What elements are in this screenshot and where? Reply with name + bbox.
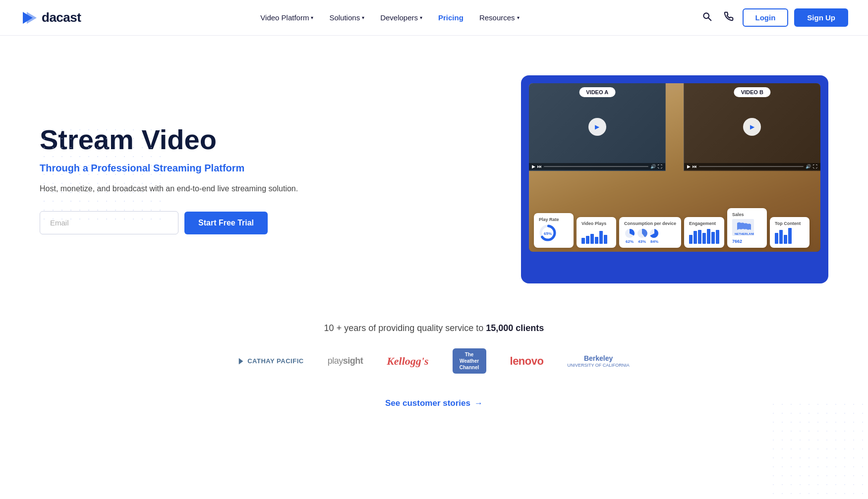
top-content-title: Top Content [775, 221, 805, 226]
signup-button[interactable]: Sign Up [794, 8, 848, 27]
chart-bar [590, 234, 594, 244]
pie-chart-1 [624, 228, 635, 239]
svg-line-3 [708, 18, 710, 20]
video-label-b: VIDEO B [734, 87, 770, 97]
consumption-pies: 62% 43% [624, 228, 676, 244]
chart-bar [702, 233, 706, 244]
nav-item-solutions[interactable]: Solutions ▾ [322, 9, 371, 26]
chart-bar [788, 228, 792, 244]
analytics-card-play-rate: Play Rate 65% [534, 213, 574, 248]
login-button[interactable]: Login [743, 8, 789, 27]
logos-row: CATHAY PACIFIC playsight Kellogg's The W… [40, 348, 828, 374]
chart-bar [779, 230, 783, 244]
chart-bar [707, 229, 710, 244]
cta-section: See customer stories → [0, 388, 868, 438]
engagement-title: Engagement [689, 221, 719, 226]
logo-berkeley: Berkeley UNIVERSITY OF CALIFORNIA [567, 354, 629, 368]
phone-button[interactable] [721, 8, 737, 27]
svg-text:NETHERLANDS: NETHERLANDS [735, 232, 754, 235]
chart-bar [604, 235, 607, 244]
chart-bar [595, 237, 598, 244]
search-button[interactable] [699, 8, 715, 27]
chart-bar [586, 236, 589, 244]
hero-left-content: Stream Video Through a Professional Stre… [40, 124, 298, 235]
video-ctrl-skip-b[interactable]: ⏭ [693, 164, 697, 169]
chart-bar [784, 235, 787, 244]
consumption-val-3: 84% [650, 239, 658, 244]
video-ctrl-vol[interactable]: 🔊 [650, 164, 656, 169]
chart-bar [711, 232, 715, 244]
engagement-chart [689, 228, 719, 244]
video-inner: VIDEO A ▶ ▶ ⏭ 🔊 ⛶ VIDEO B ▶ [529, 83, 820, 252]
chart-bar [694, 231, 697, 244]
hero-subtitle-link[interactable]: Streaming Platform [153, 163, 244, 173]
analytics-card-sales: Sales NETHERLANDS 7662 [727, 208, 767, 248]
trust-text: 10 + years of providing quality service … [40, 323, 828, 333]
dacast-logo-icon [20, 9, 38, 27]
chart-bar [698, 230, 701, 244]
chart-bar [689, 235, 693, 244]
sales-value: 7662 [732, 239, 762, 244]
video-play-btn-b[interactable]: ▶ [743, 118, 761, 136]
video-plays-title: Video Plays [581, 221, 611, 226]
video-ctrl-play-b[interactable]: ▶ [687, 164, 691, 169]
svg-marker-1 [27, 12, 37, 24]
video-ctrl-full[interactable]: ⛶ [658, 164, 662, 169]
analytics-card-consumption: Consumption per device 62% [619, 217, 681, 248]
phone-icon [724, 11, 734, 21]
search-icon [702, 11, 712, 21]
start-free-trial-button[interactable]: Start Free Trial [184, 212, 268, 234]
nav-item-developers[interactable]: Developers ▾ [373, 9, 429, 26]
navigation: dacast Video Platform ▾ Solutions ▾ Deve… [0, 0, 868, 36]
consumption-val-2: 43% [638, 239, 646, 244]
pie-chart-2 [637, 228, 647, 239]
arrow-right-icon: → [474, 398, 483, 408]
video-progress-a [544, 166, 648, 167]
chevron-down-icon: ▾ [311, 15, 313, 20]
logo-lenovo: lenovo [510, 355, 544, 368]
video-controls-a: ▶ ⏭ 🔊 ⛶ [529, 163, 665, 170]
top-content-chart [775, 228, 805, 244]
chart-bar [581, 238, 585, 244]
hero-right-video: VIDEO A ▶ ▶ ⏭ 🔊 ⛶ VIDEO B ▶ [298, 75, 828, 283]
video-showcase: VIDEO A ▶ ▶ ⏭ 🔊 ⛶ VIDEO B ▶ [521, 75, 828, 283]
chart-bar [599, 231, 603, 244]
video-ctrl-play[interactable]: ▶ [532, 164, 535, 169]
trust-section: 10 + years of providing quality service … [0, 313, 868, 388]
svg-marker-12 [239, 358, 243, 364]
play-rate-donut: 65% [539, 224, 557, 242]
nav-item-video-platform[interactable]: Video Platform ▾ [253, 9, 320, 26]
consumption-title: Consumption per device [624, 221, 676, 226]
chart-bar [716, 230, 719, 244]
nav-right-actions: Login Sign Up [699, 8, 849, 27]
nav-links: Video Platform ▾ Solutions ▾ Developers … [253, 9, 526, 26]
logo-weather-channel: The Weather Channel [453, 348, 486, 374]
nav-item-pricing[interactable]: Pricing [431, 9, 470, 26]
video-controls-b: ▶ ⏭ 🔊 ⛶ [684, 163, 820, 170]
video-label-a: VIDEO A [579, 87, 615, 97]
logo-text: dacast [42, 10, 81, 25]
analytics-card-video-plays: Video Plays [577, 217, 616, 248]
chevron-down-icon: ▾ [362, 15, 364, 20]
video-progress-b [699, 166, 804, 167]
video-ctrl-skip[interactable]: ⏭ [537, 164, 542, 169]
video-play-btn-a[interactable]: ▶ [588, 118, 606, 136]
svg-text:65%: 65% [544, 231, 552, 236]
logo-playsight: playsight [328, 356, 363, 366]
hero-section: Stream Video Through a Professional Stre… [0, 36, 868, 313]
logo[interactable]: dacast [20, 9, 81, 27]
video-plays-chart [581, 228, 611, 244]
analytics-card-engagement: Engagement [684, 217, 724, 248]
sales-title: Sales [732, 212, 762, 217]
video-ctrl-vol-b[interactable]: 🔊 [806, 164, 811, 169]
video-ctrl-full-b[interactable]: ⛶ [813, 164, 817, 169]
play-rate-title: Play Rate [539, 217, 569, 222]
logo-kelloggs: Kellogg's [387, 355, 428, 368]
sales-map-svg: NETHERLANDS [732, 219, 754, 236]
analytics-card-top-content: Top Content [770, 217, 810, 248]
weather-channel-box: The Weather Channel [453, 348, 486, 374]
see-customer-stories-link[interactable]: See customer stories → [385, 398, 483, 408]
dot-pattern-bottom-left [40, 125, 164, 224]
chevron-down-icon: ▾ [420, 15, 422, 20]
nav-item-resources[interactable]: Resources ▾ [472, 9, 526, 26]
